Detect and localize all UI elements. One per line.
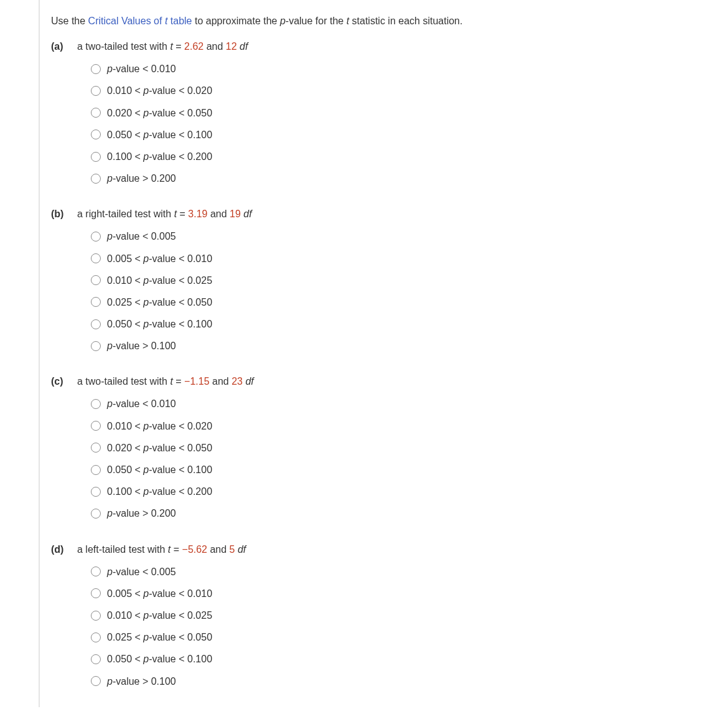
option-label: p-value < 0.010 (107, 397, 176, 411)
part-b-option-0[interactable]: p-value < 0.005 (91, 229, 716, 243)
part-d-option-3[interactable]: 0.025 < p-value < 0.050 (91, 630, 716, 644)
part-a-option-3[interactable]: 0.050 < p-value < 0.100 (91, 128, 716, 142)
radio-icon[interactable] (91, 297, 101, 307)
radio-icon[interactable] (91, 676, 101, 686)
part-a-option-2[interactable]: 0.020 < p-value < 0.050 (91, 106, 716, 120)
part-c-label: (c) (51, 374, 68, 389)
radio-icon[interactable] (91, 632, 101, 642)
option-label: 0.005 < p-value < 0.010 (107, 586, 212, 601)
part-c-option-3[interactable]: 0.050 < p-value < 0.100 (91, 463, 716, 477)
option-label: p-value < 0.010 (107, 62, 176, 76)
radio-icon[interactable] (91, 253, 101, 263)
option-label: 0.100 < p-value < 0.200 (107, 484, 212, 499)
part-d: (d) a left-tailed test with t = −5.62 an… (51, 542, 716, 688)
radio-icon[interactable] (91, 566, 101, 576)
option-label: 0.050 < p-value < 0.100 (107, 128, 212, 142)
part-a-option-0[interactable]: p-value < 0.010 (91, 62, 716, 76)
part-d-option-5[interactable]: p-value > 0.100 (91, 674, 716, 688)
part-d-option-2[interactable]: 0.010 < p-value < 0.025 (91, 608, 716, 623)
part-c-option-5[interactable]: p-value > 0.200 (91, 506, 716, 520)
option-label: 0.100 < p-value < 0.200 (107, 149, 212, 164)
option-label: 0.020 < p-value < 0.050 (107, 106, 212, 120)
radio-icon[interactable] (91, 399, 101, 409)
radio-icon[interactable] (91, 341, 101, 351)
part-d-options: p-value < 0.005 0.005 < p-value < 0.010 … (91, 565, 716, 688)
option-label: 0.050 < p-value < 0.100 (107, 463, 212, 477)
part-b-head: (b) a right-tailed test with t = 3.19 an… (51, 207, 716, 222)
part-b-label: (b) (51, 207, 68, 222)
option-label: p-value > 0.200 (107, 506, 176, 520)
part-b: (b) a right-tailed test with t = 3.19 an… (51, 207, 716, 353)
question-intro: Use the Critical Values of t table to ap… (51, 14, 716, 28)
option-label: 0.050 < p-value < 0.100 (107, 317, 212, 331)
radio-icon[interactable] (91, 152, 101, 162)
part-d-stem: a left-tailed test with t = −5.62 and 5 … (77, 542, 246, 557)
option-label: p-value < 0.005 (107, 229, 176, 243)
part-b-options: p-value < 0.005 0.005 < p-value < 0.010 … (91, 229, 716, 353)
option-label: p-value > 0.200 (107, 171, 176, 186)
option-label: p-value > 0.100 (107, 674, 176, 688)
part-c-option-0[interactable]: p-value < 0.010 (91, 397, 716, 411)
part-b-option-3[interactable]: 0.025 < p-value < 0.050 (91, 295, 716, 309)
radio-icon[interactable] (91, 275, 101, 285)
option-label: p-value > 0.100 (107, 339, 176, 353)
part-b-option-2[interactable]: 0.010 < p-value < 0.025 (91, 273, 716, 288)
part-c-options: p-value < 0.010 0.010 < p-value < 0.020 … (91, 397, 716, 520)
option-label: 0.010 < p-value < 0.025 (107, 608, 212, 623)
radio-icon[interactable] (91, 64, 101, 74)
option-label: 0.010 < p-value < 0.020 (107, 83, 212, 98)
radio-icon[interactable] (91, 421, 101, 431)
radio-icon[interactable] (91, 108, 101, 118)
part-d-label: (d) (51, 542, 68, 557)
radio-icon[interactable] (91, 86, 101, 96)
part-a-label: (a) (51, 39, 68, 54)
option-label: 0.020 < p-value < 0.050 (107, 441, 212, 455)
radio-icon[interactable] (91, 443, 101, 453)
part-a-option-1[interactable]: 0.010 < p-value < 0.020 (91, 83, 716, 98)
part-b-stem: a right-tailed test with t = 3.19 and 19… (77, 207, 252, 222)
radio-icon[interactable] (91, 465, 101, 475)
radio-icon[interactable] (91, 319, 101, 329)
radio-icon[interactable] (91, 174, 101, 184)
part-a-head: (a) a two-tailed test with t = 2.62 and … (51, 39, 716, 54)
part-a-stem: a two-tailed test with t = 2.62 and 12 d… (77, 39, 248, 54)
part-d-option-1[interactable]: 0.005 < p-value < 0.010 (91, 586, 716, 601)
critical-values-link[interactable]: Critical Values of t table (88, 16, 192, 26)
part-a-option-4[interactable]: 0.100 < p-value < 0.200 (91, 149, 716, 164)
option-label: 0.025 < p-value < 0.050 (107, 295, 212, 309)
radio-icon[interactable] (91, 232, 101, 242)
option-label: 0.025 < p-value < 0.050 (107, 630, 212, 644)
radio-icon[interactable] (91, 588, 101, 598)
part-a-option-5[interactable]: p-value > 0.200 (91, 171, 716, 186)
left-margin-rule (39, 0, 40, 707)
part-c-option-1[interactable]: 0.010 < p-value < 0.020 (91, 419, 716, 433)
part-d-option-0[interactable]: p-value < 0.005 (91, 565, 716, 579)
part-c: (c) a two-tailed test with t = −1.15 and… (51, 374, 716, 520)
part-c-option-4[interactable]: 0.100 < p-value < 0.200 (91, 484, 716, 499)
part-c-option-2[interactable]: 0.020 < p-value < 0.050 (91, 441, 716, 455)
part-b-option-4[interactable]: 0.050 < p-value < 0.100 (91, 317, 716, 331)
radio-icon[interactable] (91, 129, 101, 139)
radio-icon[interactable] (91, 654, 101, 664)
option-label: 0.050 < p-value < 0.100 (107, 652, 212, 666)
option-label: p-value < 0.005 (107, 565, 176, 579)
intro-pre: Use the (51, 16, 88, 26)
radio-icon[interactable] (91, 487, 101, 497)
part-d-option-4[interactable]: 0.050 < p-value < 0.100 (91, 652, 716, 666)
part-a-options: p-value < 0.010 0.010 < p-value < 0.020 … (91, 62, 716, 186)
option-label: 0.010 < p-value < 0.025 (107, 273, 212, 288)
part-c-stem: a two-tailed test with t = −1.15 and 23 … (77, 374, 254, 389)
option-label: 0.005 < p-value < 0.010 (107, 251, 212, 266)
part-a: (a) a two-tailed test with t = 2.62 and … (51, 39, 716, 186)
question-page: Use the Critical Values of t table to ap… (0, 0, 728, 707)
part-b-option-1[interactable]: 0.005 < p-value < 0.010 (91, 251, 716, 266)
part-d-head: (d) a left-tailed test with t = −5.62 an… (51, 542, 716, 557)
radio-icon[interactable] (91, 509, 101, 519)
radio-icon[interactable] (91, 611, 101, 621)
option-label: 0.010 < p-value < 0.020 (107, 419, 212, 433)
part-b-option-5[interactable]: p-value > 0.100 (91, 339, 716, 353)
part-c-head: (c) a two-tailed test with t = −1.15 and… (51, 374, 716, 389)
